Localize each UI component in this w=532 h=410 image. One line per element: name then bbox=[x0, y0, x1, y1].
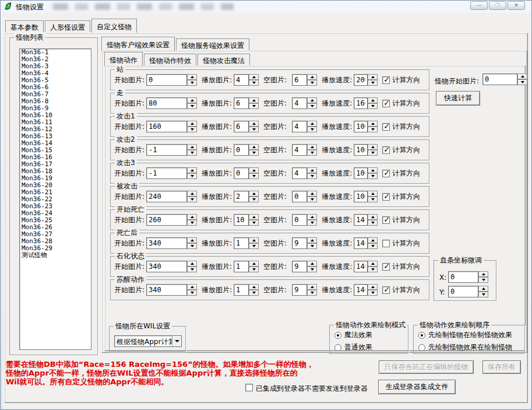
calc-direction-checkbox[interactable] bbox=[382, 193, 390, 201]
spin-down-icon[interactable] bbox=[368, 150, 378, 156]
spin-up-icon[interactable] bbox=[307, 121, 317, 127]
spin-up-icon[interactable] bbox=[307, 144, 317, 150]
spin-down-icon[interactable] bbox=[187, 150, 197, 156]
spin-up-icon[interactable] bbox=[249, 144, 259, 150]
monster-list-item[interactable]: 测试怪物 bbox=[20, 252, 91, 259]
spin-down-icon[interactable] bbox=[368, 243, 378, 249]
play-image-spinner[interactable] bbox=[249, 284, 259, 296]
draw-order-monster-first-radio[interactable] bbox=[418, 332, 425, 339]
spin-down-icon[interactable] bbox=[187, 243, 197, 249]
play-image-spinner[interactable] bbox=[249, 121, 259, 132]
spin-up-icon[interactable] bbox=[187, 97, 197, 103]
monster-listbox[interactable]: Mon36-1Mon36-2Mon36-3Mon36-4Mon36-5Mon36… bbox=[19, 48, 91, 350]
start-image-spinner[interactable] bbox=[187, 191, 197, 202]
spin-up-icon[interactable] bbox=[249, 237, 259, 243]
spin-down-icon[interactable] bbox=[368, 127, 378, 132]
play-image-spinner[interactable] bbox=[249, 74, 259, 86]
play-image-input[interactable] bbox=[234, 261, 249, 272]
quick-calc-button[interactable]: 快速计算 bbox=[436, 91, 480, 106]
play-speed-spinner[interactable] bbox=[368, 284, 378, 296]
play-image-spinner[interactable] bbox=[249, 191, 259, 202]
maximize-button[interactable]: ❐ bbox=[489, 1, 506, 10]
generate-integration-button[interactable]: 生成登录器集成文件 bbox=[378, 380, 456, 394]
spin-up-icon[interactable] bbox=[368, 284, 378, 290]
x-offset-input[interactable] bbox=[448, 271, 478, 283]
spin-up-icon[interactable] bbox=[307, 284, 317, 290]
empty-image-input[interactable] bbox=[292, 121, 307, 132]
play-speed-input[interactable] bbox=[354, 284, 368, 296]
empty-image-spinner[interactable] bbox=[307, 74, 317, 86]
spin-up-icon[interactable] bbox=[187, 237, 197, 243]
spin-up-icon[interactable] bbox=[307, 97, 317, 103]
spin-down-icon[interactable] bbox=[187, 290, 197, 296]
empty-image-spinner[interactable] bbox=[307, 284, 317, 296]
spin-down-icon[interactable] bbox=[517, 79, 527, 85]
empty-image-input[interactable] bbox=[292, 144, 307, 156]
spin-down-icon[interactable] bbox=[307, 173, 317, 179]
spin-down-icon[interactable] bbox=[249, 127, 259, 132]
spin-down-icon[interactable] bbox=[187, 220, 197, 226]
spin-down-icon[interactable] bbox=[368, 80, 378, 86]
start-image-input[interactable] bbox=[146, 214, 187, 226]
empty-image-spinner[interactable] bbox=[307, 191, 317, 202]
empty-image-input[interactable] bbox=[292, 284, 307, 296]
spin-up-icon[interactable] bbox=[368, 237, 378, 243]
spin-up-icon[interactable] bbox=[368, 261, 378, 267]
spin-up-icon[interactable] bbox=[187, 261, 197, 267]
play-image-input[interactable] bbox=[234, 144, 249, 156]
calc-direction-checkbox[interactable] bbox=[382, 286, 390, 294]
spin-down-icon[interactable] bbox=[249, 243, 259, 249]
spin-down-icon[interactable] bbox=[368, 103, 378, 109]
spin-up-icon[interactable] bbox=[249, 167, 259, 173]
empty-image-spinner[interactable] bbox=[307, 214, 317, 226]
spin-down-icon[interactable] bbox=[478, 292, 488, 297]
tab-client-effects[interactable]: 怪物客户端效果设置 bbox=[101, 37, 175, 51]
empty-image-input[interactable] bbox=[292, 261, 307, 272]
spin-down-icon[interactable] bbox=[249, 150, 259, 156]
tab-basic-params[interactable]: 基本参数 bbox=[5, 20, 44, 32]
draw-mode-normal-radio[interactable] bbox=[334, 344, 341, 351]
play-image-spinner[interactable] bbox=[249, 167, 259, 179]
x-offset-spinner[interactable] bbox=[478, 271, 488, 283]
play-image-input[interactable] bbox=[234, 97, 249, 109]
y-offset-spinner[interactable] bbox=[478, 286, 488, 297]
draw-order-effect-first-radio[interactable] bbox=[418, 344, 425, 351]
play-image-spinner[interactable] bbox=[249, 237, 259, 249]
play-image-spinner[interactable] bbox=[249, 97, 259, 109]
y-offset-input[interactable] bbox=[448, 286, 478, 297]
play-speed-input[interactable] bbox=[354, 144, 368, 156]
spin-up-icon[interactable] bbox=[249, 191, 259, 197]
spin-up-icon[interactable] bbox=[187, 191, 197, 197]
spin-down-icon[interactable] bbox=[307, 103, 317, 109]
spin-down-icon[interactable] bbox=[187, 103, 197, 109]
start-image-input[interactable] bbox=[146, 167, 187, 179]
spin-down-icon[interactable] bbox=[307, 80, 317, 86]
empty-image-input[interactable] bbox=[292, 191, 307, 202]
empty-image-spinner[interactable] bbox=[307, 121, 317, 132]
spin-down-icon[interactable] bbox=[187, 173, 197, 179]
spin-down-icon[interactable] bbox=[307, 243, 317, 249]
start-image-spinner[interactable] bbox=[187, 214, 197, 226]
start-image-spinner[interactable] bbox=[187, 261, 197, 272]
empty-image-input[interactable] bbox=[292, 167, 307, 179]
start-image-input[interactable] bbox=[146, 237, 187, 249]
spin-down-icon[interactable] bbox=[249, 80, 259, 86]
spin-down-icon[interactable] bbox=[307, 220, 317, 226]
play-image-input[interactable] bbox=[234, 121, 249, 132]
spin-up-icon[interactable] bbox=[307, 214, 317, 220]
start-image-input[interactable] bbox=[146, 191, 187, 202]
spin-down-icon[interactable] bbox=[249, 197, 259, 202]
spin-up-icon[interactable] bbox=[478, 271, 488, 277]
play-speed-input[interactable] bbox=[354, 191, 368, 202]
calc-direction-checkbox[interactable] bbox=[382, 240, 390, 247]
spin-up-icon[interactable] bbox=[249, 261, 259, 267]
tab-custom-monster[interactable]: 自定义怪物 bbox=[91, 19, 137, 33]
play-image-spinner[interactable] bbox=[249, 144, 259, 156]
start-image-input[interactable] bbox=[146, 144, 187, 156]
start-image-input[interactable] bbox=[146, 97, 187, 109]
start-image-spinner[interactable] bbox=[187, 144, 197, 156]
monster-start-image-input[interactable] bbox=[482, 73, 517, 85]
empty-image-spinner[interactable] bbox=[307, 261, 317, 272]
spin-up-icon[interactable] bbox=[368, 144, 378, 150]
play-speed-spinner[interactable] bbox=[368, 121, 378, 132]
